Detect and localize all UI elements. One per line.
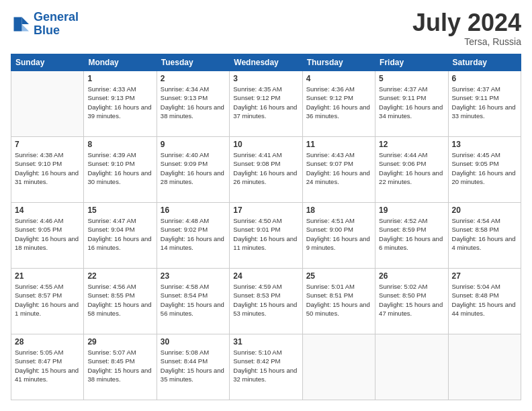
cell-info: Sunrise: 4:44 AMSunset: 9:06 PMDaylight:…	[379, 150, 444, 186]
table-cell	[11, 71, 84, 137]
table-cell: 4Sunrise: 4:36 AMSunset: 9:12 PMDaylight…	[302, 71, 375, 137]
table-cell: 16Sunrise: 4:48 AMSunset: 9:02 PMDayligh…	[157, 203, 229, 269]
day-number: 7	[15, 140, 80, 149]
svg-rect-2	[14, 17, 22, 31]
location: Tersa, Russia	[412, 36, 521, 47]
col-wednesday: Wednesday	[230, 54, 302, 71]
table-cell: 19Sunrise: 4:52 AMSunset: 8:59 PMDayligh…	[375, 203, 448, 269]
logo-icon	[11, 14, 31, 34]
logo: General Blue	[11, 11, 79, 38]
cell-info: Sunrise: 4:54 AMSunset: 8:58 PMDaylight:…	[452, 216, 517, 252]
cell-info: Sunrise: 4:43 AMSunset: 9:07 PMDaylight:…	[306, 150, 371, 186]
table-cell: 7Sunrise: 4:38 AMSunset: 9:10 PMDaylight…	[11, 137, 84, 203]
calendar-row: 28Sunrise: 5:05 AMSunset: 8:47 PMDayligh…	[11, 334, 521, 400]
svg-marker-0	[22, 17, 30, 24]
cell-info: Sunrise: 5:07 AMSunset: 8:45 PMDaylight:…	[87, 348, 152, 383]
table-cell: 15Sunrise: 4:47 AMSunset: 9:04 PMDayligh…	[84, 203, 157, 269]
cell-info: Sunrise: 4:41 AMSunset: 9:08 PMDaylight:…	[233, 150, 298, 186]
table-cell	[375, 334, 448, 400]
day-number: 9	[161, 140, 226, 149]
day-number: 30	[161, 337, 226, 347]
day-number: 17	[233, 205, 298, 215]
cell-info: Sunrise: 5:10 AMSunset: 8:42 PMDaylight:…	[233, 348, 298, 383]
svg-marker-1	[22, 24, 30, 32]
day-number: 11	[306, 140, 371, 149]
day-number: 10	[233, 140, 298, 149]
day-number: 28	[15, 337, 80, 347]
calendar-row: 14Sunrise: 4:46 AMSunset: 9:05 PMDayligh…	[11, 203, 521, 269]
cell-info: Sunrise: 4:38 AMSunset: 9:10 PMDaylight:…	[15, 150, 80, 186]
calendar-row: 1Sunrise: 4:33 AMSunset: 9:13 PMDaylight…	[11, 71, 521, 137]
day-number: 16	[161, 205, 226, 215]
cell-info: Sunrise: 4:39 AMSunset: 9:10 PMDaylight:…	[87, 150, 152, 186]
table-cell: 10Sunrise: 4:41 AMSunset: 9:08 PMDayligh…	[230, 137, 302, 203]
logo-text: General Blue	[34, 11, 79, 38]
day-number: 24	[233, 271, 298, 281]
table-cell: 20Sunrise: 4:54 AMSunset: 8:58 PMDayligh…	[448, 203, 521, 269]
cell-info: Sunrise: 4:40 AMSunset: 9:09 PMDaylight:…	[161, 150, 226, 186]
logo-line2: Blue	[34, 24, 60, 37]
cell-info: Sunrise: 4:47 AMSunset: 9:04 PMDaylight:…	[87, 216, 152, 252]
calendar-row: 7Sunrise: 4:38 AMSunset: 9:10 PMDaylight…	[11, 137, 521, 203]
cell-info: Sunrise: 4:56 AMSunset: 8:55 PMDaylight:…	[87, 282, 152, 318]
col-sunday: Sunday	[11, 54, 84, 71]
calendar-table: Sunday Monday Tuesday Wednesday Thursday…	[11, 54, 521, 400]
day-number: 18	[306, 205, 371, 215]
day-number: 15	[87, 205, 152, 215]
cell-info: Sunrise: 4:45 AMSunset: 9:05 PMDaylight:…	[452, 150, 517, 186]
table-cell: 25Sunrise: 5:01 AMSunset: 8:51 PMDayligh…	[302, 269, 375, 334]
table-cell: 1Sunrise: 4:33 AMSunset: 9:13 PMDaylight…	[84, 71, 157, 137]
calendar-header-row: Sunday Monday Tuesday Wednesday Thursday…	[11, 54, 521, 71]
table-cell	[448, 334, 521, 400]
table-cell: 9Sunrise: 4:40 AMSunset: 9:09 PMDaylight…	[157, 137, 229, 203]
cell-info: Sunrise: 4:55 AMSunset: 8:57 PMDaylight:…	[15, 282, 80, 318]
table-cell: 23Sunrise: 4:58 AMSunset: 8:54 PMDayligh…	[157, 269, 229, 334]
page: General Blue July 2024 Tersa, Russia Sun…	[0, 0, 532, 411]
table-cell: 14Sunrise: 4:46 AMSunset: 9:05 PMDayligh…	[11, 203, 84, 269]
table-cell: 24Sunrise: 4:59 AMSunset: 8:53 PMDayligh…	[230, 269, 302, 334]
table-cell: 27Sunrise: 5:04 AMSunset: 8:48 PMDayligh…	[448, 269, 521, 334]
table-cell: 3Sunrise: 4:35 AMSunset: 9:12 PMDaylight…	[230, 71, 302, 137]
table-cell: 30Sunrise: 5:08 AMSunset: 8:44 PMDayligh…	[157, 334, 229, 400]
day-number: 23	[161, 271, 226, 281]
day-number: 21	[15, 271, 80, 281]
day-number: 3	[233, 74, 298, 83]
cell-info: Sunrise: 4:50 AMSunset: 9:01 PMDaylight:…	[233, 216, 298, 252]
cell-info: Sunrise: 4:58 AMSunset: 8:54 PMDaylight:…	[161, 282, 226, 318]
cell-info: Sunrise: 4:36 AMSunset: 9:12 PMDaylight:…	[306, 85, 371, 120]
table-cell: 2Sunrise: 4:34 AMSunset: 9:13 PMDaylight…	[157, 71, 229, 137]
col-saturday: Saturday	[448, 54, 521, 71]
cell-info: Sunrise: 5:04 AMSunset: 8:48 PMDaylight:…	[452, 282, 517, 318]
day-number: 12	[379, 140, 444, 149]
col-tuesday: Tuesday	[157, 54, 229, 71]
table-cell: 8Sunrise: 4:39 AMSunset: 9:10 PMDaylight…	[84, 137, 157, 203]
cell-info: Sunrise: 4:59 AMSunset: 8:53 PMDaylight:…	[233, 282, 298, 318]
day-number: 31	[233, 337, 298, 347]
table-cell	[302, 334, 375, 400]
day-number: 26	[379, 271, 444, 281]
cell-info: Sunrise: 4:37 AMSunset: 9:11 PMDaylight:…	[452, 85, 517, 120]
table-cell: 21Sunrise: 4:55 AMSunset: 8:57 PMDayligh…	[11, 269, 84, 334]
table-cell: 31Sunrise: 5:10 AMSunset: 8:42 PMDayligh…	[230, 334, 302, 400]
day-number: 8	[87, 140, 152, 149]
day-number: 5	[379, 74, 444, 83]
day-number: 20	[452, 205, 517, 215]
day-number: 27	[452, 271, 517, 281]
cell-info: Sunrise: 4:52 AMSunset: 8:59 PMDaylight:…	[379, 216, 444, 252]
title-block: July 2024 Tersa, Russia	[412, 11, 521, 47]
col-thursday: Thursday	[302, 54, 375, 71]
day-number: 4	[306, 74, 371, 83]
table-cell: 28Sunrise: 5:05 AMSunset: 8:47 PMDayligh…	[11, 334, 84, 400]
cell-info: Sunrise: 5:05 AMSunset: 8:47 PMDaylight:…	[15, 348, 80, 383]
cell-info: Sunrise: 4:33 AMSunset: 9:13 PMDaylight:…	[87, 85, 152, 120]
col-monday: Monday	[84, 54, 157, 71]
day-number: 13	[452, 140, 517, 149]
month-title: July 2024	[412, 11, 521, 35]
cell-info: Sunrise: 5:01 AMSunset: 8:51 PMDaylight:…	[306, 282, 371, 318]
cell-info: Sunrise: 4:48 AMSunset: 9:02 PMDaylight:…	[161, 216, 226, 252]
table-cell: 17Sunrise: 4:50 AMSunset: 9:01 PMDayligh…	[230, 203, 302, 269]
table-cell: 26Sunrise: 5:02 AMSunset: 8:50 PMDayligh…	[375, 269, 448, 334]
cell-info: Sunrise: 5:02 AMSunset: 8:50 PMDaylight:…	[379, 282, 444, 318]
table-cell: 29Sunrise: 5:07 AMSunset: 8:45 PMDayligh…	[84, 334, 157, 400]
day-number: 25	[306, 271, 371, 281]
